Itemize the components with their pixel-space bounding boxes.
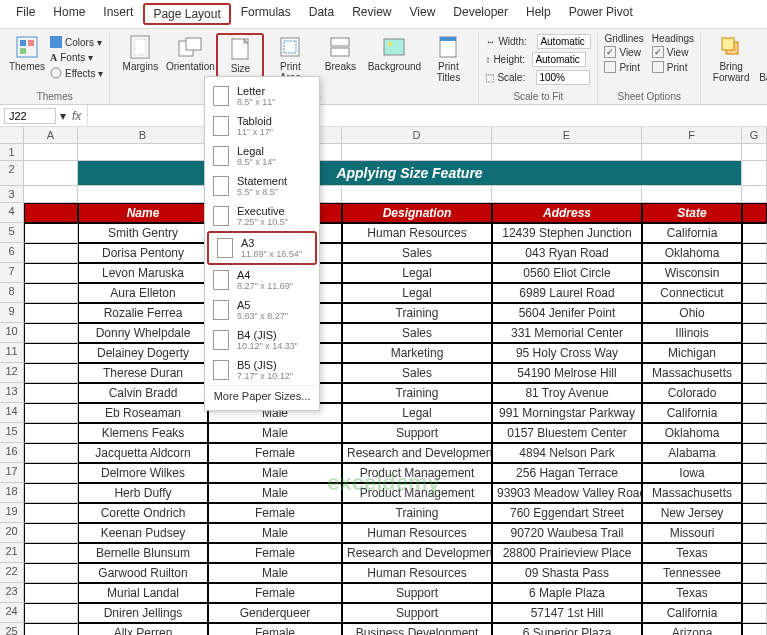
- cell[interactable]: Therese Duran: [78, 363, 208, 383]
- cell[interactable]: Male: [208, 463, 342, 483]
- cell[interactable]: [24, 463, 78, 483]
- cell[interactable]: [742, 303, 767, 323]
- title-cell[interactable]: Applying Size Feature: [78, 161, 742, 186]
- cell[interactable]: [742, 623, 767, 635]
- cell[interactable]: Arizona: [642, 623, 742, 635]
- cell[interactable]: Oklahoma: [642, 423, 742, 443]
- orientation-button[interactable]: Orientation: [166, 33, 214, 74]
- cell[interactable]: Massachusetts: [642, 483, 742, 503]
- cell[interactable]: [342, 186, 492, 203]
- menu-help[interactable]: Help: [518, 3, 559, 25]
- menu-page-layout[interactable]: Page Layout: [143, 3, 230, 25]
- column-headers[interactable]: ABCDEFG: [0, 127, 767, 144]
- row-header[interactable]: 20: [0, 523, 24, 543]
- cell[interactable]: 043 Ryan Road: [492, 243, 642, 263]
- cell[interactable]: 12439 Stephen Junction: [492, 223, 642, 243]
- cell[interactable]: 5604 Jenifer Point: [492, 303, 642, 323]
- row-header[interactable]: 10: [0, 323, 24, 343]
- cell[interactable]: 28800 Prairieview Place: [492, 543, 642, 563]
- margins-button[interactable]: Margins: [116, 33, 164, 74]
- cell[interactable]: [742, 161, 767, 186]
- cell[interactable]: 57147 1st Hill: [492, 603, 642, 623]
- menu-review[interactable]: Review: [344, 3, 399, 25]
- cell[interactable]: [742, 503, 767, 523]
- row-header[interactable]: 12: [0, 363, 24, 383]
- cell[interactable]: [24, 423, 78, 443]
- cell[interactable]: 760 Eggendart Street: [492, 503, 642, 523]
- row-header[interactable]: 1: [0, 144, 24, 161]
- cell[interactable]: [24, 363, 78, 383]
- cell[interactable]: Female: [208, 443, 342, 463]
- col-header[interactable]: D: [342, 127, 492, 143]
- bring-forward-button[interactable]: Bring Forward: [707, 33, 755, 85]
- cell[interactable]: [492, 186, 642, 203]
- cell[interactable]: [78, 186, 208, 203]
- cell[interactable]: Male: [208, 563, 342, 583]
- cell[interactable]: Murial Landal: [78, 583, 208, 603]
- size-button[interactable]: Size: [216, 33, 264, 78]
- cell[interactable]: Marketing: [342, 343, 492, 363]
- cell[interactable]: [742, 186, 767, 203]
- cell[interactable]: Delmore Wilkes: [78, 463, 208, 483]
- cell[interactable]: Bernelle Blunsum: [78, 543, 208, 563]
- col-header[interactable]: [0, 127, 24, 143]
- col-header[interactable]: G: [742, 127, 767, 143]
- cell[interactable]: [24, 483, 78, 503]
- cell[interactable]: Support: [342, 583, 492, 603]
- cell[interactable]: Male: [208, 523, 342, 543]
- cell[interactable]: Legal: [342, 403, 492, 423]
- row-header[interactable]: 2: [0, 161, 24, 186]
- gridlines-print-check[interactable]: [604, 61, 616, 73]
- cell[interactable]: [742, 363, 767, 383]
- cell[interactable]: Training: [342, 303, 492, 323]
- cell[interactable]: Female: [208, 583, 342, 603]
- cell[interactable]: Donny Whelpdale: [78, 323, 208, 343]
- cell[interactable]: Business Development: [342, 623, 492, 635]
- send-backward-button[interactable]: Send Backward: [757, 33, 767, 85]
- cell[interactable]: [24, 161, 78, 186]
- cell[interactable]: Smith Gentry: [78, 223, 208, 243]
- gridlines-view-check[interactable]: ✓: [604, 46, 616, 58]
- cell[interactable]: Human Resources: [342, 223, 492, 243]
- cell[interactable]: [24, 323, 78, 343]
- effects-button[interactable]: Effects▾: [50, 66, 103, 80]
- cell[interactable]: Training: [342, 383, 492, 403]
- cell[interactable]: Sales: [342, 243, 492, 263]
- size-option-tabloid[interactable]: Tabloid11" x 17": [205, 111, 319, 141]
- row-header[interactable]: 11: [0, 343, 24, 363]
- cell[interactable]: [742, 323, 767, 343]
- cell[interactable]: Klemens Feaks: [78, 423, 208, 443]
- row-header[interactable]: 7: [0, 263, 24, 283]
- cell[interactable]: Designation: [342, 203, 492, 223]
- cell[interactable]: [742, 403, 767, 423]
- cell[interactable]: Keenan Pudsey: [78, 523, 208, 543]
- col-header[interactable]: F: [642, 127, 742, 143]
- cell[interactable]: [24, 603, 78, 623]
- cell[interactable]: Address: [492, 203, 642, 223]
- row-header[interactable]: 17: [0, 463, 24, 483]
- cell[interactable]: [24, 543, 78, 563]
- cell[interactable]: California: [642, 223, 742, 243]
- cell[interactable]: Product Management: [342, 463, 492, 483]
- cell[interactable]: [742, 383, 767, 403]
- cell[interactable]: Support: [342, 423, 492, 443]
- cell[interactable]: Delainey Dogerty: [78, 343, 208, 363]
- cell[interactable]: [742, 563, 767, 583]
- row-header[interactable]: 15: [0, 423, 24, 443]
- cell[interactable]: [742, 483, 767, 503]
- menu-formulas[interactable]: Formulas: [233, 3, 299, 25]
- cell[interactable]: 991 Morningstar Parkway: [492, 403, 642, 423]
- cell[interactable]: Human Resources: [342, 523, 492, 543]
- row-header[interactable]: 13: [0, 383, 24, 403]
- cell[interactable]: [742, 263, 767, 283]
- cell[interactable]: Female: [208, 623, 342, 635]
- size-option-a4[interactable]: A48.27" x 11.69": [205, 265, 319, 295]
- fonts-button[interactable]: AFonts▾: [50, 51, 103, 64]
- size-option-executive[interactable]: Executive7.25" x 10.5": [205, 201, 319, 231]
- cell[interactable]: [24, 303, 78, 323]
- cell[interactable]: Support: [342, 603, 492, 623]
- cell[interactable]: 256 Hagan Terrace: [492, 463, 642, 483]
- cell[interactable]: Sales: [342, 323, 492, 343]
- cell[interactable]: [742, 443, 767, 463]
- cell[interactable]: 4894 Nelson Park: [492, 443, 642, 463]
